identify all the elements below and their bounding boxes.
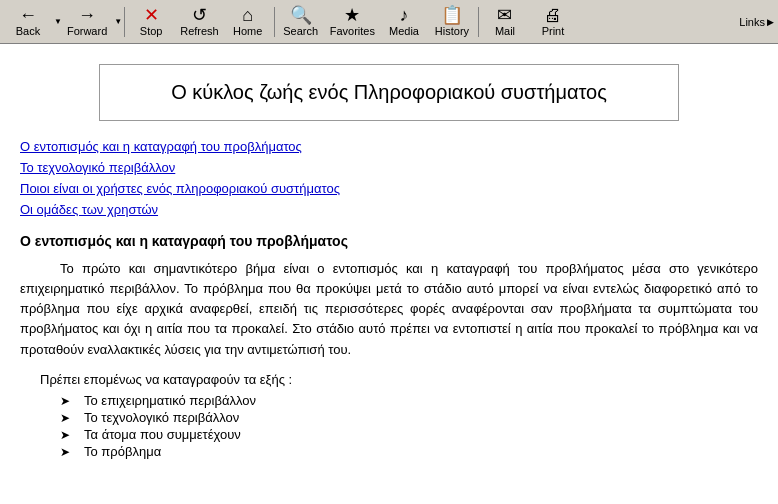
nav-link-3[interactable]: Ποιοι είναι οι χρήστες ενός πληροφοριακο… bbox=[20, 181, 758, 196]
section-heading: Ο εντοπισμός και η καταγραφή του προβλήμ… bbox=[20, 233, 758, 249]
toolbar-separator-3 bbox=[478, 7, 479, 37]
bullet-icon-4: ➤ bbox=[60, 445, 70, 459]
stop-button[interactable]: ✕ Stop bbox=[127, 2, 175, 42]
stop-icon: ✕ bbox=[144, 6, 159, 24]
list-item-text-3: Τα άτομα που συμμετέχουν bbox=[84, 427, 241, 442]
list-intro: Πρέπει επομένως να καταγραφούν τα εξής : bbox=[40, 372, 758, 387]
forward-button[interactable]: → Forward bbox=[62, 2, 112, 42]
list-item-text-4: Το πρόβλημα bbox=[84, 444, 161, 459]
bullet-icon-1: ➤ bbox=[60, 394, 70, 408]
bullet-list: ➤ Το επιχειρηματικό περιβάλλον ➤ Το τεχν… bbox=[60, 393, 758, 459]
print-icon: 🖨 bbox=[544, 6, 562, 24]
search-icon: 🔍 bbox=[290, 6, 312, 24]
media-icon: ♪ bbox=[399, 6, 408, 24]
home-button[interactable]: ⌂ Home bbox=[224, 2, 272, 42]
content-area: Ο κύκλος ζωής ενός Πληροφοριακού συστήμα… bbox=[0, 44, 778, 471]
home-icon: ⌂ bbox=[242, 6, 253, 24]
navigation-links: Ο εντοπισμός και η καταγραφή του προβλήμ… bbox=[20, 139, 758, 217]
history-icon: 📋 bbox=[441, 6, 463, 24]
forward-icon: → bbox=[78, 6, 96, 24]
mail-button[interactable]: ✉ Mail bbox=[481, 2, 529, 42]
nav-link-1[interactable]: Ο εντοπισμός και η καταγραφή του προβλήμ… bbox=[20, 139, 758, 154]
nav-link-4[interactable]: Οι ομάδες των χρηστών bbox=[20, 202, 758, 217]
back-button[interactable]: ← Back bbox=[4, 2, 52, 42]
list-item: ➤ Το επιχειρηματικό περιβάλλον bbox=[60, 393, 758, 408]
page-title-box: Ο κύκλος ζωής ενός Πληροφοριακού συστήμα… bbox=[99, 64, 679, 121]
bullet-icon-2: ➤ bbox=[60, 411, 70, 425]
favorites-button[interactable]: ★ Favorites bbox=[325, 2, 380, 42]
list-item-text-2: Το τεχνολογικό περιβάλλον bbox=[84, 410, 239, 425]
page-title: Ο κύκλος ζωής ενός Πληροφοριακού συστήμα… bbox=[171, 81, 607, 103]
media-button[interactable]: ♪ Media bbox=[380, 2, 428, 42]
body-paragraph: Το πρώτο και σημαντικότερο βήμα είναι ο … bbox=[20, 259, 758, 360]
bullet-icon-3: ➤ bbox=[60, 428, 70, 442]
refresh-button[interactable]: ↺ Refresh bbox=[175, 2, 224, 42]
history-button[interactable]: 📋 History bbox=[428, 2, 476, 42]
mail-icon: ✉ bbox=[497, 6, 512, 24]
toolbar-separator-1 bbox=[124, 7, 125, 37]
print-button[interactable]: 🖨 Print bbox=[529, 2, 577, 42]
links-arrow[interactable]: ▶ bbox=[767, 17, 774, 27]
back-dropdown-arrow[interactable]: ▼ bbox=[54, 17, 62, 26]
back-icon: ← bbox=[19, 6, 37, 24]
list-item-text-1: Το επιχειρηματικό περιβάλλον bbox=[84, 393, 256, 408]
links-button[interactable]: Links bbox=[739, 16, 765, 28]
list-item: ➤ Το πρόβλημα bbox=[60, 444, 758, 459]
toolbar: ← Back ▼ → Forward ▼ ✕ Stop ↺ Refresh ⌂ … bbox=[0, 0, 778, 44]
list-item: ➤ Το τεχνολογικό περιβάλλον bbox=[60, 410, 758, 425]
nav-link-2[interactable]: Το τεχνολογικό περιβάλλον bbox=[20, 160, 758, 175]
list-item: ➤ Τα άτομα που συμμετέχουν bbox=[60, 427, 758, 442]
favorites-icon: ★ bbox=[344, 6, 360, 24]
toolbar-separator-2 bbox=[274, 7, 275, 37]
forward-dropdown-arrow[interactable]: ▼ bbox=[114, 17, 122, 26]
refresh-icon: ↺ bbox=[192, 6, 207, 24]
search-button[interactable]: 🔍 Search bbox=[277, 2, 325, 42]
